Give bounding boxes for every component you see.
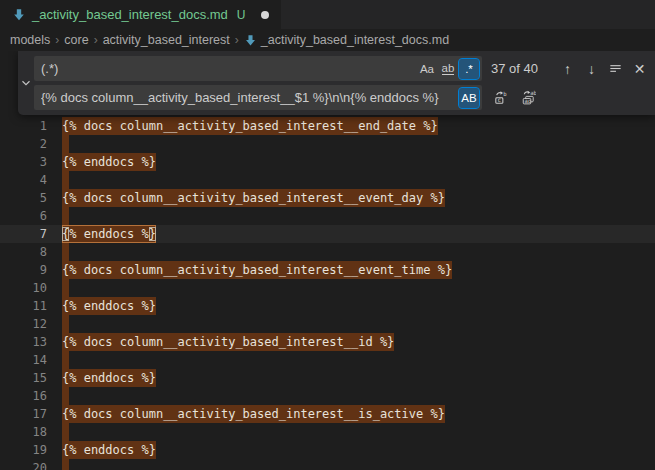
tab-file-name: _activity_based_interest_docs.md [32,7,228,22]
code-line[interactable]: 7{% enddocs %} [0,225,655,243]
empty-line-match-highlight [62,243,69,261]
replace-icon: bc [493,90,508,105]
code-line[interactable]: 12 [0,315,655,333]
find-match-highlight: {% enddocs %} [62,297,156,315]
breadcrumb-item-file[interactable]: _activity_based_interest_docs.md [244,33,449,47]
line-number[interactable]: 6 [0,207,47,225]
close-find-button[interactable]: ✕ [629,58,650,79]
code-line[interactable]: 9{% docs column__activity_based_interest… [0,261,655,279]
code-line[interactable]: 13{% docs column__activity_based_interes… [0,333,655,351]
editor-tab[interactable]: _activity_based_interest_docs.md U [0,0,281,29]
line-number[interactable]: 5 [0,189,47,207]
find-match-highlight: {% enddocs %} [62,441,156,459]
line-number[interactable]: 19 [0,441,47,459]
svg-text:ac: ac [524,98,531,104]
code-line[interactable]: 2 [0,135,655,153]
line-number[interactable]: 2 [0,135,47,153]
markdown-file-icon [244,34,257,47]
line-number[interactable]: 13 [0,333,47,351]
match-case-button[interactable]: Aa [417,59,437,79]
line-number[interactable]: 3 [0,153,47,171]
line-number[interactable]: 4 [0,171,47,189]
line-content: {% docs column__activity_based_interest_… [62,189,445,207]
code-line[interactable]: 14 [0,351,655,369]
selection-lines-icon [608,61,623,76]
code-line[interactable]: 6 [0,207,655,225]
breadcrumb-separator: › [55,33,59,47]
code-line[interactable]: 17{% docs column__activity_based_interes… [0,405,655,423]
line-number[interactable]: 15 [0,369,47,387]
whole-word-button[interactable]: ab [438,59,458,79]
find-match-highlight: {% docs column__activity_based_interest_… [62,333,394,351]
breadcrumb-item-models[interactable]: models [10,33,50,47]
line-content: {% docs column__activity_based_interest_… [62,117,438,135]
empty-line-match-highlight [62,135,69,153]
replace-input[interactable]: {% docs column__activity_based_interest_… [34,85,482,110]
code-line[interactable]: 15{% enddocs %} [0,369,655,387]
line-content: {% docs column__activity_based_interest_… [62,261,452,279]
breadcrumb-item-core[interactable]: core [64,33,88,47]
line-number[interactable]: 16 [0,387,47,405]
chevron-down-icon [19,76,33,90]
code-line[interactable]: 3{% enddocs %} [0,153,655,171]
line-number[interactable]: 9 [0,261,47,279]
preserve-case-button[interactable]: AB [459,88,479,108]
line-content: {% enddocs %} [62,153,156,171]
regex-button[interactable]: .* [459,59,479,79]
line-content: {% docs column__activity_based_interest_… [62,333,394,351]
svg-text:ab: ab [530,90,536,96]
previous-match-button[interactable]: ↑ [557,58,578,79]
replace-value-text: {% docs column__activity_based_interest_… [41,90,458,105]
code-line[interactable]: 19{% enddocs %} [0,441,655,459]
line-content [62,351,69,369]
breadcrumb-file-name: _activity_based_interest_docs.md [261,33,449,47]
find-match-highlight: {% enddocs %} [62,153,156,171]
empty-line-match-highlight [62,315,69,333]
line-number[interactable]: 14 [0,351,47,369]
modified-dot-icon[interactable] [261,11,269,19]
line-content: {% enddocs %} [62,369,156,387]
line-content [62,459,69,470]
empty-line-match-highlight [62,207,69,225]
line-content [62,135,69,153]
line-number[interactable]: 20 [0,459,47,470]
line-number[interactable]: 1 [0,117,47,135]
empty-line-match-highlight [62,459,69,470]
line-number[interactable]: 7 [0,225,47,243]
replace-button[interactable]: bc [490,87,511,108]
line-number[interactable]: 11 [0,297,47,315]
line-number[interactable]: 8 [0,243,47,261]
code-line[interactable]: 4 [0,171,655,189]
next-match-button[interactable]: ↓ [581,58,602,79]
code-line[interactable]: 1{% docs column__activity_based_interest… [0,117,655,135]
code-line[interactable]: 18 [0,423,655,441]
code-line[interactable]: 10 [0,279,655,297]
toggle-replace-button[interactable] [18,51,34,115]
line-content [62,171,69,189]
breadcrumb-separator: › [235,33,239,47]
svg-text:b: b [503,91,507,97]
line-number[interactable]: 17 [0,405,47,423]
line-content [62,207,69,225]
find-match-highlight: {% enddocs %} [62,369,156,387]
line-content [62,315,69,333]
line-number[interactable]: 10 [0,279,47,297]
find-match-highlight: {% docs column__activity_based_interest_… [62,117,438,135]
find-results-count: 37 of 40 [491,61,538,76]
find-input[interactable]: (.*) Aa ab .* [34,56,482,81]
breadcrumb-item-activity-based-interest[interactable]: activity_based_interest [103,33,230,47]
bracket-match-close: } [149,227,156,241]
find-in-selection-button[interactable] [605,58,626,79]
line-number[interactable]: 12 [0,315,47,333]
editor-pane: (.*) Aa ab .* 37 of 40 ↑ ↓ [0,51,655,470]
code-line[interactable]: 8 [0,243,655,261]
code-line[interactable]: 5{% docs column__activity_based_interest… [0,189,655,207]
empty-line-match-highlight [62,423,69,441]
code-area: 1{% docs column__activity_based_interest… [0,117,655,470]
replace-all-button[interactable]: abac [518,87,539,108]
tab-strip: _activity_based_interest_docs.md U [0,0,655,29]
code-line[interactable]: 11{% enddocs %} [0,297,655,315]
line-number[interactable]: 18 [0,423,47,441]
code-line[interactable]: 20 [0,459,655,470]
code-line[interactable]: 16 [0,387,655,405]
